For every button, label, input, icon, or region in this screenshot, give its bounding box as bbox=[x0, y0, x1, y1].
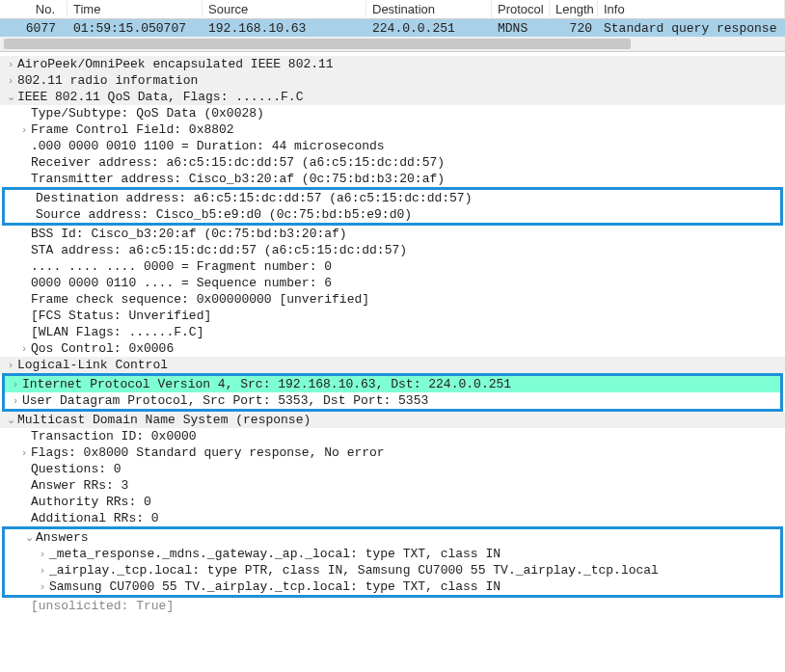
tree-answer-1[interactable]: › _meta_response._mdns._gateway._ap._loc… bbox=[5, 546, 780, 562]
tree-type-subtype[interactable]: Type/Subtype: QoS Data (0x0028) bbox=[0, 105, 785, 121]
col-header-destination[interactable]: Destination bbox=[366, 1, 492, 17]
tree-logical-link-control[interactable]: › Logical-Link Control bbox=[0, 357, 785, 373]
tree-truncated-line[interactable]: [unsolicited: True] bbox=[0, 598, 785, 614]
tree-label: .... .... .... 0000 = Fragment number: 0 bbox=[31, 258, 332, 275]
tree-label: Multicast Domain Name System (response) bbox=[17, 412, 311, 428]
highlight-box-ip-udp: › Internet Protocol Version 4, Src: 192.… bbox=[2, 373, 783, 412]
tree-label: STA address: a6:c5:15:dc:dd:57 (a6:c5:15… bbox=[31, 242, 407, 258]
tree-answer-2[interactable]: › _airplay._tcp.local: type PTR, class I… bbox=[5, 562, 780, 578]
expand-icon[interactable]: › bbox=[36, 562, 49, 578]
tree-label: Answers bbox=[36, 529, 89, 546]
collapse-icon[interactable]: ⌄ bbox=[4, 412, 17, 428]
tree-authority-rrs[interactable]: Authority RRs: 0 bbox=[0, 494, 785, 510]
expand-icon[interactable]: › bbox=[9, 376, 22, 392]
packet-row-selected[interactable]: 6077 01:59:15.050707 192.168.10.63 224.0… bbox=[0, 19, 785, 37]
tree-airopeek[interactable]: › AiroPeek/OmniPeek encapsulated IEEE 80… bbox=[0, 56, 785, 72]
tree-label: _meta_response._mdns._gateway._ap._local… bbox=[49, 546, 501, 562]
tree-label: Additional RRs: 0 bbox=[31, 510, 159, 526]
tree-frame-control[interactable]: › Frame Control Field: 0x8802 bbox=[0, 121, 785, 138]
tree-udp[interactable]: › User Datagram Protocol, Src Port: 5353… bbox=[5, 392, 780, 409]
tree-ieee-80211[interactable]: ⌄ IEEE 802.11 QoS Data, Flags: ......F.C bbox=[0, 89, 785, 105]
tree-label: IEEE 802.11 QoS Data, Flags: ......F.C bbox=[17, 89, 303, 105]
tree-label: Flags: 0x8000 Standard query response, N… bbox=[31, 444, 385, 461]
collapse-icon[interactable]: ⌄ bbox=[4, 89, 17, 105]
tree-receiver-address[interactable]: Receiver address: a6:c5:15:dc:dd:57 (a6:… bbox=[0, 154, 785, 171]
col-header-time[interactable]: Time bbox=[68, 1, 203, 17]
tree-additional-rrs[interactable]: Additional RRs: 0 bbox=[0, 510, 785, 526]
tree-label: Samsung CU7000 55 TV._airplay._tcp.local… bbox=[49, 578, 501, 595]
tree-transmitter-address[interactable]: Transmitter address: Cisco_b3:20:af (0c:… bbox=[0, 171, 785, 187]
cell-length: 720 bbox=[550, 21, 598, 36]
packet-list-header: No. Time Source Destination Protocol Len… bbox=[0, 0, 785, 19]
tree-label: Receiver address: a6:c5:15:dc:dd:57 (a6:… bbox=[31, 154, 445, 171]
tree-label: Questions: 0 bbox=[31, 461, 122, 477]
col-header-protocol[interactable]: Protocol bbox=[492, 1, 550, 17]
expand-icon[interactable]: › bbox=[4, 72, 17, 89]
tree-label: Destination address: a6:c5:15:dc:dd:57 (… bbox=[36, 190, 472, 206]
tree-label: Transmitter address: Cisco_b3:20:af (0c:… bbox=[31, 171, 445, 187]
tree-flags[interactable]: › Flags: 0x8000 Standard query response,… bbox=[0, 444, 785, 461]
tree-fcs[interactable]: Frame check sequence: 0x00000000 [unveri… bbox=[0, 291, 785, 308]
tree-transaction-id[interactable]: Transaction ID: 0x0000 bbox=[0, 428, 785, 444]
tree-label: Answer RRs: 3 bbox=[31, 477, 128, 494]
tree-label: Source address: Cisco_b5:e9:d0 (0c:75:bd… bbox=[36, 206, 412, 223]
tree-wlan-flags[interactable]: [WLAN Flags: ......F.C] bbox=[0, 324, 785, 340]
collapse-icon[interactable]: ⌄ bbox=[22, 529, 36, 546]
highlight-box-answers: ⌄ Answers › _meta_response._mdns._gatewa… bbox=[2, 526, 783, 598]
tree-label: .000 0000 0010 1100 = Duration: 44 micro… bbox=[31, 138, 385, 154]
tree-label: [FCS Status: Unverified] bbox=[31, 308, 211, 324]
col-header-info[interactable]: Info bbox=[598, 1, 785, 17]
tree-label: Type/Subtype: QoS Data (0x0028) bbox=[31, 105, 264, 121]
tree-mdns[interactable]: ⌄ Multicast Domain Name System (response… bbox=[0, 412, 785, 428]
tree-label: Authority RRs: 0 bbox=[31, 494, 151, 510]
tree-label: _airplay._tcp.local: type PTR, class IN,… bbox=[49, 562, 659, 578]
expand-icon[interactable]: › bbox=[17, 340, 31, 357]
tree-label: 0000 0000 0110 .... = Sequence number: 6 bbox=[31, 275, 332, 291]
col-header-no[interactable]: No. bbox=[0, 1, 68, 17]
tree-duration[interactable]: .000 0000 0010 1100 = Duration: 44 micro… bbox=[0, 138, 785, 154]
expand-icon[interactable]: › bbox=[36, 546, 49, 562]
tree-label: [unsolicited: True] bbox=[31, 598, 174, 614]
tree-answers[interactable]: ⌄ Answers bbox=[5, 529, 780, 546]
tree-fcs-status[interactable]: [FCS Status: Unverified] bbox=[0, 308, 785, 324]
tree-questions[interactable]: Questions: 0 bbox=[0, 461, 785, 477]
highlight-box-addresses: Destination address: a6:c5:15:dc:dd:57 (… bbox=[2, 187, 783, 226]
tree-label: Qos Control: 0x0006 bbox=[31, 340, 174, 357]
tree-radio-info[interactable]: › 802.11 radio information bbox=[0, 72, 785, 89]
expand-icon[interactable]: › bbox=[36, 578, 49, 595]
cell-protocol: MDNS bbox=[492, 21, 550, 36]
tree-fragment-number[interactable]: .... .... .... 0000 = Fragment number: 0 bbox=[0, 258, 785, 275]
expand-icon[interactable]: › bbox=[17, 444, 31, 461]
tree-sequence-number[interactable]: 0000 0000 0110 .... = Sequence number: 6 bbox=[0, 275, 785, 291]
tree-ipv4[interactable]: › Internet Protocol Version 4, Src: 192.… bbox=[5, 376, 780, 392]
tree-label: [WLAN Flags: ......F.C] bbox=[31, 324, 203, 340]
col-header-source[interactable]: Source bbox=[203, 1, 366, 17]
expand-icon[interactable]: › bbox=[9, 392, 22, 409]
tree-destination-address[interactable]: Destination address: a6:c5:15:dc:dd:57 (… bbox=[5, 190, 780, 206]
tree-bss-id[interactable]: BSS Id: Cisco_b3:20:af (0c:75:bd:b3:20:a… bbox=[0, 226, 785, 242]
tree-label: 802.11 radio information bbox=[17, 72, 198, 89]
tree-label: Logical-Link Control bbox=[17, 357, 168, 373]
cell-no: 6077 bbox=[0, 21, 68, 36]
tree-label: Frame check sequence: 0x00000000 [unveri… bbox=[31, 291, 369, 308]
tree-qos-control[interactable]: › Qos Control: 0x0006 bbox=[0, 340, 785, 357]
packet-details-tree: › AiroPeek/OmniPeek encapsulated IEEE 80… bbox=[0, 54, 785, 614]
cell-source: 192.168.10.63 bbox=[203, 21, 366, 36]
cell-time: 01:59:15.050707 bbox=[68, 21, 203, 36]
col-header-length[interactable]: Length bbox=[550, 1, 598, 17]
scrollbar-thumb[interactable] bbox=[4, 39, 631, 49]
expand-icon[interactable]: › bbox=[17, 121, 31, 138]
tree-label: Internet Protocol Version 4, Src: 192.16… bbox=[22, 376, 511, 392]
expand-icon[interactable]: › bbox=[4, 357, 17, 373]
tree-source-address[interactable]: Source address: Cisco_b5:e9:d0 (0c:75:bd… bbox=[5, 206, 780, 223]
tree-label: Frame Control Field: 0x8802 bbox=[31, 121, 234, 138]
tree-sta-address[interactable]: STA address: a6:c5:15:dc:dd:57 (a6:c5:15… bbox=[0, 242, 785, 258]
cell-info: Standard query response bbox=[598, 21, 785, 36]
tree-label: Transaction ID: 0x0000 bbox=[31, 428, 197, 444]
tree-answer-rrs[interactable]: Answer RRs: 3 bbox=[0, 477, 785, 494]
horizontal-scrollbar[interactable] bbox=[0, 37, 785, 52]
expand-icon[interactable]: › bbox=[4, 56, 17, 72]
cell-destination: 224.0.0.251 bbox=[366, 21, 492, 36]
tree-label: AiroPeek/OmniPeek encapsulated IEEE 802.… bbox=[17, 56, 334, 72]
tree-answer-3[interactable]: › Samsung CU7000 55 TV._airplay._tcp.loc… bbox=[5, 578, 780, 595]
